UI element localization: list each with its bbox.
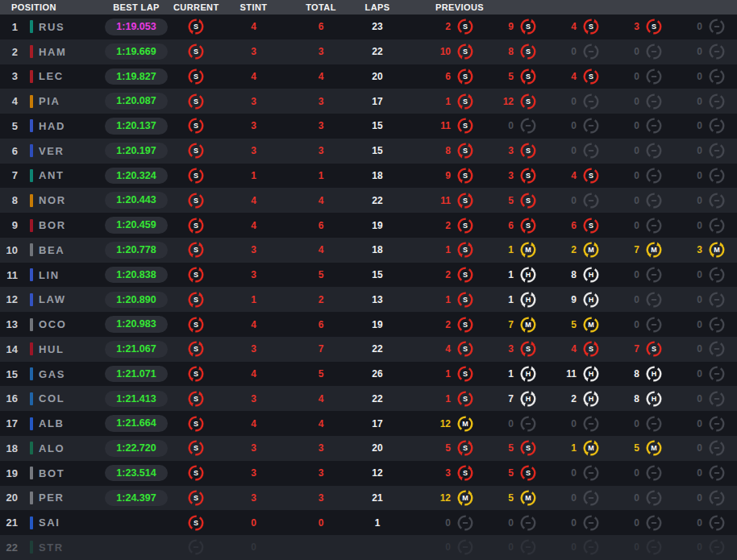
tyre-soft-used-icon: S — [187, 266, 205, 284]
best-lap-time: 1:20.459 — [105, 217, 168, 234]
table-row: 9BOR1:20.459S46192S6S6S00 — [0, 213, 737, 238]
team-color-cell — [24, 467, 39, 479]
tyre-soft-new-icon: S — [519, 464, 537, 482]
svg-text:H: H — [589, 370, 593, 378]
laps-count: 22 — [353, 394, 402, 404]
current-tyre-cell: S — [173, 415, 219, 433]
previous-stint-laps: 12 — [440, 419, 451, 429]
svg-text:S: S — [652, 23, 656, 31]
previous-stint-laps: 4 — [571, 72, 577, 81]
previous-stint-laps: 0 — [634, 270, 639, 280]
tyre-hard-new-icon: H — [645, 365, 663, 383]
previous-stint-laps: 3 — [445, 468, 451, 478]
table-row: 7ANT1:20.324S11189S3S4S00 — [0, 164, 737, 189]
laps-count: 13 — [353, 295, 402, 305]
best-lap-time: 1:20.087 — [105, 93, 168, 110]
previous-stint-laps: 7 — [508, 320, 514, 330]
table-row: 11LIN1:20.838S35152S1H8H00 — [0, 263, 737, 288]
tyre-medium-new-icon: M — [645, 439, 663, 457]
previous-stint-laps: 8 — [634, 369, 639, 379]
tyre-soft-used-icon: S — [187, 316, 205, 334]
previous-stint-laps: 4 — [571, 344, 577, 354]
previous-stint: 2H — [548, 390, 611, 408]
current-tyre-cell: S — [173, 18, 219, 35]
tyre-soft-used-icon: S — [456, 68, 474, 85]
previous-stint-laps: 0 — [571, 493, 577, 503]
tyre-soft-new-icon: S — [456, 390, 474, 408]
team-color-bar — [30, 45, 33, 58]
previous-stint-laps: 0 — [697, 270, 702, 280]
previous-stint-laps: 9 — [445, 171, 451, 180]
previous-stint: 7S — [611, 340, 674, 358]
tyre-none-icon — [582, 43, 600, 60]
tyre-medium-used-icon: M — [519, 241, 537, 259]
header-best-lap: BEST LAP — [99, 2, 173, 12]
tyre-soft-new-icon: S — [519, 142, 537, 160]
current-tyre-cell: S — [173, 68, 219, 85]
svg-text:S: S — [194, 97, 198, 106]
previous-stint: 3M — [674, 241, 737, 259]
previous-stint: 0 — [674, 340, 737, 358]
tyre-hard-used-icon: H — [582, 365, 600, 383]
driver-code: ANT — [39, 170, 99, 180]
header-position: POSITION — [0, 2, 99, 12]
position-number: 9 — [0, 220, 24, 230]
previous-stint-laps: 0 — [697, 320, 702, 330]
tyre-none-icon — [708, 167, 726, 185]
position-number: 4 — [0, 96, 24, 106]
tyre-none-icon — [708, 217, 726, 234]
total-laps: 4 — [289, 394, 353, 404]
best-lap-cell: 1:19.669 — [99, 44, 173, 60]
previous-stint-laps: 3 — [508, 344, 514, 354]
tyre-soft-used-icon: S — [187, 390, 205, 408]
stint-laps: 4 — [219, 22, 289, 31]
previous-stint-laps: 4 — [571, 171, 577, 180]
previous-stint: 5S — [402, 439, 485, 457]
tyre-none-icon — [708, 464, 726, 482]
previous-stint: 3S — [485, 142, 548, 160]
table-row: 17ALB1:21.664S441712M0000 — [0, 411, 737, 436]
tyre-medium-new-icon: M — [582, 316, 600, 334]
driver-code: COL — [39, 393, 99, 404]
team-color-bar — [30, 318, 33, 331]
current-tyre-cell: S — [173, 439, 219, 457]
previous-stint-laps: 0 — [571, 419, 577, 429]
best-lap-cell: 1:20.137 — [99, 118, 173, 135]
header-current: CURRENT — [173, 2, 219, 12]
svg-text:S: S — [194, 494, 198, 502]
previous-stint-laps: 11 — [566, 369, 577, 379]
total-laps: 6 — [289, 221, 353, 230]
tyre-none-icon — [582, 117, 600, 135]
previous-stint-laps: 0 — [697, 146, 702, 156]
svg-text:S: S — [463, 222, 468, 230]
tyre-none-icon — [645, 316, 663, 334]
tyre-none-icon — [582, 192, 600, 209]
svg-text:S: S — [194, 395, 198, 403]
team-color-cell — [24, 293, 39, 306]
team-color-bar — [30, 392, 33, 405]
previous-stint-laps: 0 — [571, 121, 577, 131]
tyre-soft-new-icon: S — [187, 514, 205, 532]
best-lap-time: 1:20.197 — [105, 143, 168, 160]
previous-stint: 6S — [485, 217, 548, 234]
svg-text:S: S — [194, 445, 198, 453]
previous-stint: 11S — [402, 117, 485, 135]
total-laps: 0 — [289, 518, 353, 528]
svg-text:S: S — [526, 48, 531, 56]
best-lap-time: 1:24.397 — [105, 490, 168, 507]
svg-text:M: M — [462, 420, 468, 428]
tyre-none-icon — [519, 117, 537, 135]
team-color-bar — [30, 492, 33, 504]
tyre-soft-new-icon: S — [187, 464, 205, 482]
current-tyre-cell: S — [173, 291, 219, 309]
stint-laps: 0 — [219, 542, 289, 552]
previous-stint-laps: 0 — [697, 97, 702, 106]
current-tyre-cell — [173, 538, 219, 556]
best-lap-time: 1:21.413 — [105, 391, 168, 408]
table-row: 20PER1:24.397S332112M5M000 — [0, 486, 737, 511]
driver-code: STR — [39, 542, 99, 553]
previous-stint: 0 — [402, 514, 485, 532]
previous-stint: 2S — [402, 18, 485, 35]
previous-stint-laps: 0 — [697, 542, 702, 552]
previous-stint: 0 — [611, 489, 674, 507]
